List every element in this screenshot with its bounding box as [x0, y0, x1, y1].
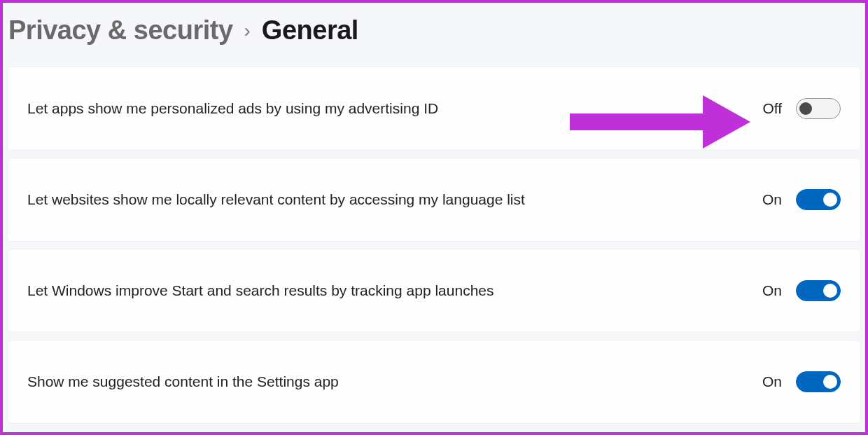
chevron-right-icon: › — [244, 20, 251, 42]
setting-row-app-launches: Let Windows improve Start and search res… — [7, 249, 861, 333]
toggle-advertising-id[interactable] — [796, 98, 841, 119]
breadcrumb: Privacy & security › General — [3, 3, 865, 67]
toggle-knob — [823, 193, 837, 207]
toggle-state-text: On — [762, 373, 782, 390]
toggle-state-text: On — [762, 282, 782, 299]
toggle-knob — [799, 102, 812, 115]
toggle-suggested-content[interactable] — [796, 371, 841, 392]
setting-label: Let websites show me locally relevant co… — [27, 191, 525, 208]
toggle-state-text: Off — [762, 100, 782, 117]
toggle-language-list[interactable] — [796, 189, 841, 210]
setting-label: Show me suggested content in the Setting… — [27, 373, 339, 390]
toggle-state-text: On — [762, 191, 782, 208]
breadcrumb-current: General — [262, 15, 358, 46]
setting-row-suggested-content: Show me suggested content in the Setting… — [7, 340, 861, 424]
toggle-app-launches[interactable] — [796, 280, 841, 301]
toggle-group: On — [762, 371, 841, 392]
setting-label: Let Windows improve Start and search res… — [27, 282, 494, 299]
setting-label: Let apps show me personalized ads by usi… — [27, 100, 438, 117]
breadcrumb-parent[interactable]: Privacy & security — [8, 15, 233, 46]
setting-row-language-list: Let websites show me locally relevant co… — [7, 158, 861, 242]
toggle-knob — [823, 284, 837, 298]
toggle-group: On — [762, 189, 841, 210]
settings-list: Let apps show me personalized ads by usi… — [3, 67, 865, 424]
setting-row-advertising-id: Let apps show me personalized ads by usi… — [7, 67, 861, 151]
toggle-knob — [823, 375, 837, 389]
toggle-group: Off — [762, 98, 841, 119]
toggle-group: On — [762, 280, 841, 301]
